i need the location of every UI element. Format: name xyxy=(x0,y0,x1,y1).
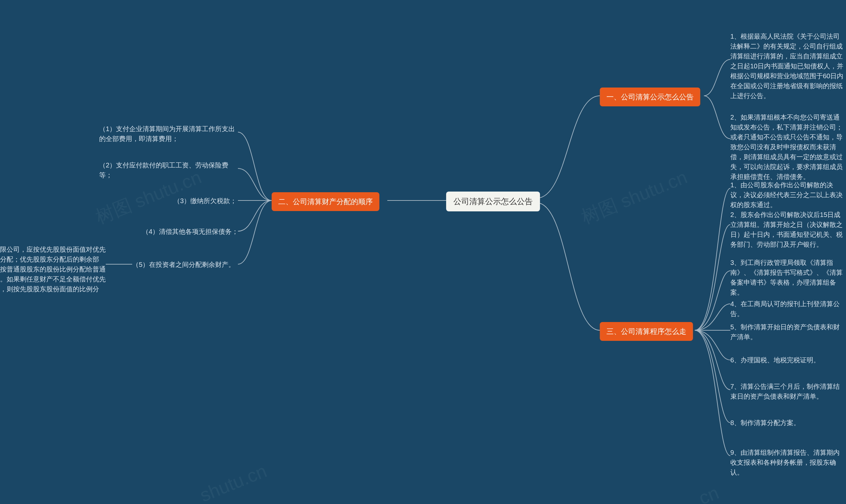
watermark-4: .cn xyxy=(691,482,722,504)
leaf-text: 3、到工商行政管理局领取《清算指南》、《清算报告书写格式》、《清算备案申请书》等… xyxy=(730,259,843,296)
branch-3-leaf-6[interactable]: 6、办理国税、地税完税证明。 xyxy=(730,355,820,365)
center-node[interactable]: 公司清算公示怎么公告 xyxy=(446,192,540,211)
branch-3-leaf-4[interactable]: 4、在工商局认可的报刊上刊登清算公告。 xyxy=(730,299,846,319)
leaf-text: 股份有限公司，应按优先股股份面值对优先股股东分配；优先股股东分配后的剩余部分，应… xyxy=(0,246,106,303)
branch-2-leaf-3[interactable]: （3）缴纳所欠税款； xyxy=(174,196,236,206)
branch-1[interactable]: 一、公司清算公示怎么公告 xyxy=(600,88,700,106)
leaf-text: （3）缴纳所欠税款； xyxy=(174,197,236,204)
leaf-text: 1、根据最高人民法院《关于公司法司法解释二》的有关规定，公司自行组成清算组进行清… xyxy=(730,33,843,100)
branch-3-title: 三、公司清算程序怎么走 xyxy=(606,327,686,336)
leaf-text: （2）支付应付款付的职工工资、劳动保险费等； xyxy=(99,162,228,179)
leaf-text: 2、股东会作出公司解散决议后15日成立清算组。清算开始之日（决议解散之日）起十日… xyxy=(730,211,843,248)
branch-3[interactable]: 三、公司清算程序怎么走 xyxy=(600,322,693,341)
branch-2-title: 二、公司清算财产分配的顺序 xyxy=(278,198,373,206)
branch-3-leaf-7[interactable]: 7、清算公告满三个月后，制作清算结束日的资产负债表和财产清单。 xyxy=(730,381,846,401)
branch-1-leaf-2[interactable]: 2、如果清算组根本不向您公司寄送通知或发布公告，私下清算并注销公司；或者只通知不… xyxy=(730,112,846,182)
branch-2[interactable]: 二、公司清算财产分配的顺序 xyxy=(272,192,380,211)
leaf-text: 5、制作清算开始日的资产负债表和财产清单。 xyxy=(730,323,840,341)
branch-2-leaf-4[interactable]: （4）清偿其他各项无担保债务； xyxy=(142,227,238,236)
leaf-text: 7、清算公告满三个月后，制作清算结束日的资产负债表和财产清单。 xyxy=(730,383,840,400)
watermark-2: 树图 shutu.cn xyxy=(578,165,691,230)
leaf-text: （4）清偿其他各项无担保债务； xyxy=(142,228,238,235)
watermark-text: .cn xyxy=(691,482,722,504)
watermark-3: shutu.cn xyxy=(197,460,270,504)
leaf-text: 8、制作清算分配方案。 xyxy=(730,419,800,426)
leaf-text: 2、如果清算组根本不向您公司寄送通知或发布公告，私下清算并注销公司；或者只通知不… xyxy=(730,114,843,180)
branch-3-leaf-8[interactable]: 8、制作清算分配方案。 xyxy=(730,418,800,428)
branch-3-leaf-2[interactable]: 2、股东会作出公司解散决议后15日成立清算组。清算开始之日（决议解散之日）起十日… xyxy=(730,210,846,249)
branch-1-title: 一、公司清算公示怎么公告 xyxy=(606,93,694,101)
connector-lines xyxy=(0,0,846,504)
mindmap-canvas: 公司清算公示怎么公告 一、公司清算公示怎么公告 1、根据最高人民法院《关于公司法… xyxy=(0,0,846,504)
branch-2-leaf-5[interactable]: （5）在投资者之间分配剩余财产。 xyxy=(132,259,235,270)
center-title: 公司清算公示怎么公告 xyxy=(453,197,533,206)
branch-1-leaf-1[interactable]: 1、根据最高人民法院《关于公司法司法解释二》的有关规定，公司自行组成清算组进行清… xyxy=(730,31,846,101)
leaf-text: （1）支付企业清算期间为开展清算工作所支出的全部费用，即清算费用； xyxy=(99,125,235,142)
leaf-text: （5）在投资者之间分配剩余财产。 xyxy=(132,261,235,268)
branch-3-leaf-1[interactable]: 1、由公司股东会作出公司解散的决议，决议必须经代表三分之二以上表决权的股东通过。 xyxy=(730,180,846,210)
branch-2-leaf-5-extra[interactable]: 股份有限公司，应按优先股股份面值对优先股股东分配；优先股股东分配后的剩余部分，应… xyxy=(0,245,106,304)
leaf-text: 1、由公司股东会作出公司解散的决议，决议必须经代表三分之二以上表决权的股东通过。 xyxy=(730,181,843,209)
branch-3-leaf-9[interactable]: 9、由清算组制作清算报告、清算期内收支报表和各种财务帐册，报股东确认。 xyxy=(730,448,846,477)
branch-2-leaf-1[interactable]: （1）支付企业清算期间为开展清算工作所支出的全部费用，即清算费用； xyxy=(99,124,238,144)
leaf-text: 6、办理国税、地税完税证明。 xyxy=(730,356,820,364)
watermark-text: shutu.cn xyxy=(197,461,270,504)
branch-3-leaf-3[interactable]: 3、到工商行政管理局领取《清算指南》、《清算报告书写格式》、《清算备案申请书》等… xyxy=(730,258,846,297)
watermark-text: 树图 shutu.cn xyxy=(578,166,690,228)
leaf-text: 9、由清算组制作清算报告、清算期内收支报表和各种财务帐册，报股东确认。 xyxy=(730,449,840,476)
branch-2-leaf-2[interactable]: （2）支付应付款付的职工工资、劳动保险费等； xyxy=(99,160,238,180)
leaf-text: 4、在工商局认可的报刊上刊登清算公告。 xyxy=(730,300,840,318)
branch-3-leaf-5[interactable]: 5、制作清算开始日的资产负债表和财产清单。 xyxy=(730,322,846,342)
